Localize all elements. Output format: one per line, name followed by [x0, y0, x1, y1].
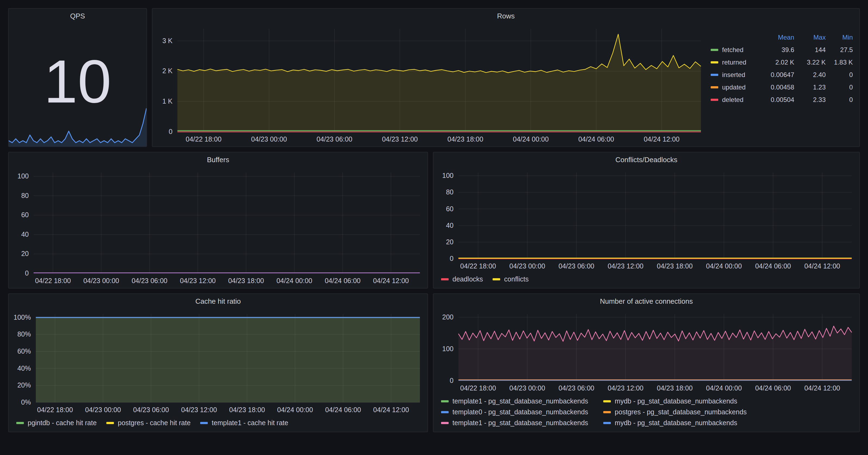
svg-text:3 K: 3 K: [162, 37, 173, 44]
legend-mean-value: 39.6: [760, 46, 794, 54]
svg-text:04/23 12:00: 04/23 12:00: [180, 277, 216, 285]
series-color-swatch: [441, 278, 448, 280]
svg-text:04/24 12:00: 04/24 12:00: [644, 135, 680, 143]
svg-text:04/24 12:00: 04/24 12:00: [373, 406, 409, 414]
svg-text:100: 100: [18, 172, 29, 180]
series-color-swatch: [603, 400, 611, 402]
qps-panel-title[interactable]: QPS: [9, 9, 147, 23]
svg-text:04/23 06:00: 04/23 06:00: [131, 277, 167, 285]
svg-text:04/22 18:00: 04/22 18:00: [37, 406, 73, 414]
legend-item[interactable]: conflicts: [493, 275, 529, 283]
legend-min-value: 1.83 K: [826, 58, 853, 66]
svg-text:20: 20: [446, 238, 454, 246]
svg-text:0: 0: [169, 128, 173, 135]
svg-text:200: 200: [442, 313, 454, 321]
grafana-viewport: QPS 10 Rows 01 K2 K3 K04/22 18:0004/23 0…: [0, 0, 868, 455]
dashboard-row-1: QPS 10 Rows 01 K2 K3 K04/22 18:0004/23 0…: [8, 8, 860, 147]
svg-text:04/23 06:00: 04/23 06:00: [316, 135, 352, 143]
legend-table-row: fetched39.614427.5: [711, 43, 853, 56]
svg-text:40: 40: [21, 230, 29, 238]
legend-min-value: 27.5: [826, 46, 853, 54]
conflicts-chart[interactable]: 02040608010004/22 18:0004/23 00:0004/23 …: [433, 167, 859, 273]
legend-series-name[interactable]: inserted: [711, 71, 760, 78]
svg-text:60%: 60%: [18, 347, 31, 355]
buffers-chart[interactable]: 02040608010004/22 18:0004/23 00:0004/23 …: [9, 167, 428, 288]
svg-text:100%: 100%: [13, 314, 31, 321]
cache-panel-title[interactable]: Cache hit ratio: [9, 294, 428, 308]
legend-max-value: 144: [794, 46, 826, 54]
rows-panel-title[interactable]: Rows: [152, 9, 859, 23]
series-color-swatch: [441, 422, 448, 424]
legend-series-name[interactable]: fetched: [711, 46, 760, 54]
legend-max-value: 2.40: [794, 71, 826, 78]
legend-label: conflicts: [504, 275, 529, 283]
legend-item[interactable]: template1 - cache hit rate: [200, 419, 288, 427]
svg-text:20%: 20%: [18, 381, 31, 389]
svg-text:04/23 12:00: 04/23 12:00: [382, 135, 418, 143]
svg-text:1 K: 1 K: [162, 97, 173, 105]
legend-item[interactable]: mydb - pg_stat_database_numbackends: [603, 397, 746, 405]
svg-text:04/24 06:00: 04/24 06:00: [578, 135, 614, 143]
legend-label: template1 - cache hit rate: [212, 419, 288, 427]
legend-mean-value: 0.00458: [760, 83, 794, 91]
svg-text:04/24 00:00: 04/24 00:00: [513, 135, 549, 143]
legend-table-row: inserted0.006472.400: [711, 68, 853, 81]
cache-legend: pgintdb - cache hit ratepostgres - cache…: [9, 417, 428, 432]
legend-series-name[interactable]: updated: [711, 83, 760, 91]
legend-mean-value: 0.00504: [760, 96, 794, 103]
legend-item[interactable]: deadlocks: [441, 275, 483, 283]
legend-item[interactable]: postgres - pg_stat_database_numbackends: [603, 409, 746, 416]
svg-text:04/23 00:00: 04/23 00:00: [251, 135, 287, 143]
connections-panel-title[interactable]: Number of active connections: [433, 294, 859, 308]
cache-hit-ratio-chart[interactable]: 0%20%40%60%80%100%04/22 18:0004/23 00:00…: [9, 308, 428, 417]
legend-mean-value: 2.02 K: [760, 58, 794, 66]
svg-text:80: 80: [446, 188, 454, 196]
svg-text:100: 100: [442, 172, 454, 179]
legend-header[interactable]: Min: [826, 33, 853, 41]
conflicts-legend: deadlocksconflicts: [433, 273, 859, 288]
buffers-panel-title[interactable]: Buffers: [9, 152, 428, 167]
legend-series-name[interactable]: deleted: [711, 96, 760, 103]
svg-text:0%: 0%: [21, 398, 31, 406]
svg-text:04/23 00:00: 04/23 00:00: [85, 406, 121, 414]
legend-item[interactable]: template1 - pg_stat_database_numbackends: [441, 397, 588, 405]
svg-text:04/24 00:00: 04/24 00:00: [706, 384, 742, 392]
svg-text:04/23 00:00: 04/23 00:00: [509, 384, 545, 392]
legend-header[interactable]: Mean: [760, 33, 794, 41]
legend-series-name[interactable]: returned: [711, 58, 760, 66]
connections-legend: template1 - pg_stat_database_numbackends…: [433, 395, 859, 432]
svg-text:20: 20: [21, 250, 29, 257]
legend-header[interactable]: Max: [794, 33, 826, 41]
legend-item[interactable]: template0 - pg_stat_database_numbackends: [441, 409, 588, 416]
legend-label: template0 - pg_stat_database_numbackends: [453, 409, 588, 416]
series-color-swatch: [16, 422, 24, 424]
legend-label: postgres - cache hit rate: [118, 419, 190, 427]
conflicts-panel-title[interactable]: Conflicts/Deadlocks: [433, 152, 859, 167]
legend-min-value: 0: [826, 71, 853, 78]
legend-item[interactable]: postgres - cache hit rate: [106, 419, 190, 427]
qps-sparkline-chart[interactable]: [9, 105, 147, 147]
series-color-swatch: [106, 422, 114, 424]
svg-text:04/23 00:00: 04/23 00:00: [509, 262, 545, 270]
legend-item[interactable]: template1 - pg_stat_database_numbackends: [441, 419, 588, 427]
svg-text:04/22 18:00: 04/22 18:00: [460, 262, 496, 270]
legend-item[interactable]: pgintdb - cache hit rate: [16, 419, 97, 427]
panel-conflicts: Conflicts/Deadlocks 02040608010004/22 18…: [433, 152, 860, 289]
svg-text:0: 0: [450, 377, 454, 384]
svg-text:04/23 18:00: 04/23 18:00: [229, 406, 265, 414]
svg-text:40: 40: [446, 222, 454, 229]
rows-chart[interactable]: 01 K2 K3 K04/22 18:0004/23 00:0004/23 06…: [152, 23, 709, 147]
svg-text:0: 0: [450, 255, 454, 262]
legend-max-value: 1.23: [794, 83, 826, 91]
svg-text:100: 100: [442, 345, 454, 353]
legend-item[interactable]: mydb - pg_stat_database_numbackends: [603, 419, 746, 427]
svg-text:04/23 18:00: 04/23 18:00: [657, 262, 693, 270]
series-color-swatch: [441, 411, 448, 413]
svg-text:04/24 12:00: 04/24 12:00: [804, 384, 840, 392]
svg-text:04/23 18:00: 04/23 18:00: [657, 384, 693, 392]
legend-min-value: 0: [826, 83, 853, 91]
legend-label: mydb - pg_stat_database_numbackends: [615, 419, 737, 427]
connections-chart[interactable]: 010020004/22 18:0004/23 00:0004/23 06:00…: [433, 308, 859, 395]
dashboard-row-3: Cache hit ratio 0%20%40%60%80%100%04/22 …: [8, 293, 860, 432]
series-color-swatch: [711, 98, 718, 101]
